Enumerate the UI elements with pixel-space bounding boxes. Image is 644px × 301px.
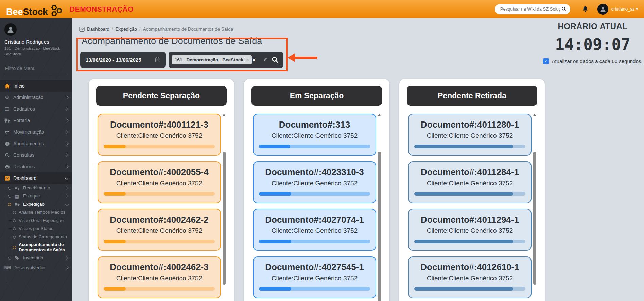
printer-icon — [4, 164, 10, 169]
document-card[interactable]: Documento#:4027074-1Cliente:Cliente Gené… — [253, 209, 376, 251]
grid-icon: ▦ — [14, 194, 20, 199]
wiki-search-box[interactable] — [495, 4, 570, 14]
breadcrumb-separator: / — [112, 26, 113, 32]
wiki-search-input[interactable] — [500, 6, 561, 12]
sidebar-item-analise-tempos-medios[interactable]: Análise Tempos Médios — [0, 208, 72, 217]
menu-filter-input[interactable] — [4, 65, 69, 71]
list-icon: ▤ — [4, 107, 10, 112]
truck-icon — [4, 118, 10, 123]
clock-icon — [4, 141, 10, 146]
sidebar-user-company: 161 - Demonstração - BeeStock — [4, 46, 72, 51]
document-client: Cliente:Cliente Genérico 3752 — [254, 275, 376, 282]
chip-remove-icon[interactable]: × — [246, 58, 249, 62]
document-number: Documento#:4027545-1 — [254, 262, 376, 272]
document-number: Documento#:4011284-1 — [409, 167, 531, 177]
document-client: Cliente:Cliente Genérico 3752 — [254, 132, 376, 139]
filter-search-button[interactable] — [271, 56, 279, 64]
document-client: Cliente:Cliente Genérico 3752 — [409, 275, 531, 282]
sidebar-user-tenant: BeeStock — [4, 52, 72, 56]
sidebar-item-label: Recebimento — [23, 185, 65, 191]
chevron-right-icon — [65, 107, 68, 111]
company-select[interactable]: 161 - Demonstração - BeeStock × × — [169, 52, 283, 68]
sidebar-item-apontamentos[interactable]: Apontamentos — [0, 138, 72, 149]
progress-fill — [259, 287, 291, 291]
progress-bar — [104, 192, 215, 196]
sidebar-item-expedicao[interactable]: Expedição — [0, 200, 72, 208]
scrollbar-up-arrow-icon[interactable] — [378, 114, 381, 116]
chevron-right-icon — [65, 165, 68, 168]
sidebar-item-estoque[interactable]: ▦Estoque — [0, 192, 72, 200]
document-card[interactable]: Documento#:4023310-3Cliente:Cliente Gené… — [253, 161, 376, 203]
chevron-right-icon — [65, 194, 68, 198]
selected-company-chip: 161 - Demonstração - BeeStock × — [172, 55, 252, 64]
scrollbar-up-arrow-icon[interactable] — [222, 114, 226, 116]
breadcrumb-item-dashboard[interactable]: Dashboard — [87, 26, 109, 32]
column-scrollbar[interactable] — [378, 114, 381, 301]
breadcrumb-item-expedicao[interactable]: Expedição — [116, 26, 137, 32]
column-scrollbar[interactable] — [533, 114, 536, 301]
sidebar-item-inicio[interactable]: Início — [0, 80, 72, 92]
menu-filter-field — [4, 65, 68, 74]
sidebar-item-portaria[interactable]: Portaria — [0, 115, 72, 126]
user-menu[interactable]: cristiano_sz ▾ — [611, 6, 638, 12]
column-scrollbar[interactable] — [223, 114, 226, 301]
document-number: Documento#:4027074-1 — [254, 214, 376, 225]
scrollbar-thumb[interactable] — [378, 152, 381, 301]
home-icon — [4, 83, 10, 89]
progress-fill — [104, 240, 126, 243]
progress-bar — [414, 287, 525, 291]
notifications-bell-icon[interactable] — [582, 5, 589, 13]
scrollbar-thumb[interactable] — [533, 152, 536, 285]
document-card[interactable]: Documento#:4011294-1Cliente:Cliente Gené… — [408, 209, 532, 251]
scrollbar-thumb[interactable] — [223, 152, 226, 285]
document-card[interactable]: Documento#:4002462-3Cliente:Cliente Gené… — [98, 256, 221, 298]
progress-bar — [104, 240, 215, 243]
sidebar-item-recebimento[interactable]: Recebimento — [0, 184, 72, 192]
document-card[interactable]: Documento#:4002055-4Cliente:Cliente Gené… — [98, 161, 221, 203]
document-number: Documento#:4012610-1 — [409, 262, 531, 272]
auto-refresh-label: Atualizar os dados a cada 60 segundos. — [552, 58, 643, 64]
beestock-logo[interactable]: BeeStock — [6, 1, 64, 17]
progress-bar — [259, 240, 370, 243]
environment-label: DEMONSTRAÇÃO — [70, 5, 134, 13]
document-client: Cliente:Cliente Genérico 3752 — [254, 227, 376, 234]
select-chevron-down-icon[interactable] — [264, 57, 267, 60]
search-icon[interactable] — [561, 6, 567, 12]
breadcrumb-separator: / — [139, 26, 141, 32]
tree-bullet-icon — [13, 227, 16, 230]
chevron-right-icon — [65, 256, 68, 260]
select-clear-icon[interactable]: × — [252, 57, 256, 63]
sidebar-item-label: Visões por Status — [19, 226, 68, 231]
search-icon — [4, 153, 10, 158]
sidebar-item-label: Estoque — [23, 193, 65, 199]
tree-bullet-icon — [13, 211, 16, 214]
document-card[interactable]: Documento#:4001121-3Cliente:Cliente Gené… — [98, 114, 221, 156]
chevron-right-icon — [65, 118, 68, 122]
document-card[interactable]: Documento#:4011284-1Cliente:Cliente Gené… — [408, 161, 532, 203]
user-avatar[interactable] — [597, 4, 608, 15]
document-number: Documento#:4011294-1 — [409, 214, 531, 225]
document-card[interactable]: Documento#:4002462-2Cliente:Cliente Gené… — [98, 209, 221, 251]
tree-bullet-icon — [8, 195, 11, 198]
sidebar-avatar[interactable] — [4, 23, 17, 36]
sidebar-item-label: Acompanhamento de Documentos de Saída — [19, 242, 68, 253]
sidebar-item-dashboard[interactable]: Dashboard — [0, 172, 72, 184]
sidebar-item-movimentacao[interactable]: ⇄Movimentação — [0, 126, 72, 138]
sidebar-item-administracao[interactable]: ⚙Administração — [0, 92, 72, 103]
sidebar-item-cadastros[interactable]: ▤Cadastros — [0, 103, 72, 115]
progress-fill — [104, 287, 126, 291]
auto-refresh-checkbox[interactable]: ✓ — [543, 58, 549, 64]
document-card[interactable]: Documento#:4011280-1Cliente:Cliente Gené… — [408, 114, 532, 156]
sidebar-user-block: Cristiano Rodrigues 161 - Demonstração -… — [0, 18, 72, 56]
progress-fill — [259, 192, 291, 196]
document-card[interactable]: Documento#:4027545-1Cliente:Cliente Gené… — [253, 256, 376, 298]
document-number: Documento#:4011280-1 — [409, 119, 531, 130]
scrollbar-up-arrow-icon[interactable] — [533, 114, 536, 116]
progress-bar — [259, 145, 370, 148]
sidebar-item-consultas[interactable]: Consultas — [0, 149, 72, 161]
current-time: 14:09:07 — [539, 35, 644, 54]
sidebar-item-relatorios[interactable]: Relatórios — [0, 161, 72, 172]
document-card[interactable]: Documento#:4012610-1Cliente:Cliente Gené… — [408, 256, 532, 298]
date-range-input[interactable]: 13/06/2020 - 13/06/2025 — [80, 52, 166, 68]
document-card[interactable]: Documento#:313Cliente:Cliente Genérico 3… — [253, 114, 376, 156]
